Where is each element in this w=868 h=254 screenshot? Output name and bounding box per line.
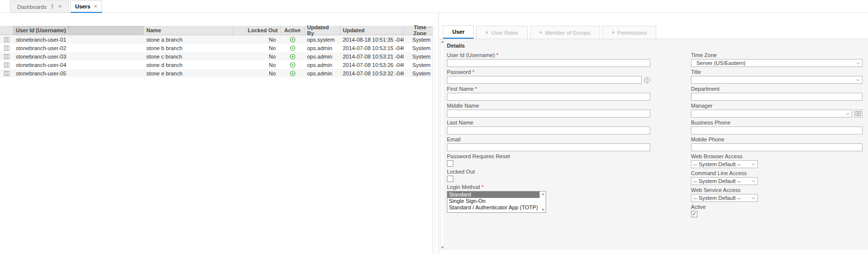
cell-locked-out: No bbox=[233, 45, 281, 51]
table-row[interactable]: stonebranch-user-05 stone e branch No op… bbox=[0, 69, 433, 77]
tab-users-label: Users bbox=[75, 3, 90, 9]
last-name-input[interactable] bbox=[447, 127, 650, 134]
business-phone-input[interactable] bbox=[691, 127, 863, 134]
row-details-icon[interactable] bbox=[0, 63, 13, 67]
tab-member-of-groups[interactable]: Member of Groups bbox=[530, 26, 600, 39]
login-method-option[interactable]: Standard / Authenticator App (TOTP) bbox=[447, 204, 540, 211]
cell-user-id: stonebranch-user-05 bbox=[13, 70, 144, 76]
table-row[interactable]: stonebranch-user-04 stone d branch No op… bbox=[0, 61, 433, 69]
tab-users[interactable]: Users ✕ bbox=[70, 0, 102, 13]
chevron-down-icon bbox=[751, 163, 755, 166]
first-name-input[interactable] bbox=[447, 93, 650, 101]
email-input[interactable] bbox=[447, 143, 650, 151]
scroll-down-icon[interactable] bbox=[542, 209, 545, 211]
web-browser-access-select[interactable]: -- System Default -- bbox=[691, 160, 758, 168]
row-details-icon[interactable] bbox=[0, 46, 13, 51]
column-header-name[interactable]: Name bbox=[144, 26, 233, 35]
time-zone-select[interactable]: Server (US/Eastern) bbox=[691, 59, 863, 67]
field-login-method: Login Method* Standard Single Sign-On St… bbox=[447, 184, 650, 213]
table-row[interactable]: stonebranch-user-02 stone b branch No op… bbox=[0, 44, 433, 52]
active-status-icon bbox=[281, 62, 305, 68]
pin-icon[interactable] bbox=[50, 4, 55, 9]
department-input[interactable] bbox=[691, 93, 863, 101]
login-method-option[interactable]: Standard bbox=[447, 191, 540, 198]
command-line-access-select[interactable]: -- System Default -- bbox=[691, 177, 758, 185]
mobile-phone-input[interactable] bbox=[691, 143, 863, 151]
column-header-user-id[interactable]: User Id (Username) ˆ bbox=[13, 26, 144, 35]
tab-user[interactable]: User bbox=[443, 25, 474, 39]
field-manager: Manager bbox=[691, 103, 863, 118]
users-list-panel: -- No Filter -- Go To... + ⟳ User Id (Us… bbox=[0, 13, 436, 254]
locked-out-checkbox[interactable] bbox=[447, 176, 453, 182]
cell-name: stone c branch bbox=[144, 54, 233, 60]
tab-dashboards[interactable]: Dashboards ✕ bbox=[10, 0, 69, 13]
column-header-updated[interactable]: Updated bbox=[340, 26, 404, 35]
cell-time-zone: System bbox=[404, 62, 433, 68]
detail-tab-bar: User User Roles Member of Groups Permiss… bbox=[439, 26, 868, 39]
active-status-icon bbox=[281, 45, 305, 51]
cell-user-id: stonebranch-user-01 bbox=[13, 37, 144, 43]
tab-dot-icon bbox=[540, 31, 542, 34]
detail-scrollbar[interactable] bbox=[440, 39, 444, 250]
table-row[interactable]: stonebranch-user-03 stone c branch No op… bbox=[0, 52, 433, 61]
close-icon[interactable]: ✕ bbox=[94, 4, 98, 9]
login-method-listbox[interactable]: Standard Single Sign-On Standard / Authe… bbox=[447, 191, 546, 213]
manager-select[interactable] bbox=[691, 110, 852, 118]
manager-details-button[interactable] bbox=[854, 110, 863, 118]
cell-updated: 2014-07-08 10:53:32 -0400 bbox=[340, 70, 404, 76]
field-mobile-phone: Mobile Phone bbox=[691, 136, 863, 151]
title-select[interactable] bbox=[691, 76, 863, 84]
active-status-icon bbox=[281, 37, 305, 43]
window-tab-strip: Dashboards ✕ Users ✕ bbox=[0, 0, 868, 13]
field-command-line-access: Command Line Access -- System Default -- bbox=[691, 170, 863, 185]
section-title: Details bbox=[447, 43, 868, 49]
column-header-locked-out[interactable]: Locked Out bbox=[233, 26, 281, 35]
cell-locked-out: No bbox=[233, 54, 281, 60]
cell-user-id: stonebranch-user-04 bbox=[13, 62, 144, 68]
chevron-down-icon bbox=[846, 113, 850, 115]
info-icon[interactable] bbox=[644, 77, 650, 83]
row-details-icon[interactable] bbox=[0, 71, 13, 76]
field-user-id: User Id (Username)* bbox=[447, 52, 650, 67]
cell-time-zone: System bbox=[404, 54, 433, 60]
users-grid: User Id (Username) ˆ Name Locked Out Act… bbox=[0, 26, 433, 254]
cell-user-id: stonebranch-user-03 bbox=[13, 54, 144, 60]
password-requires-reset-checkbox[interactable] bbox=[447, 160, 453, 167]
middle-name-input[interactable] bbox=[447, 110, 650, 118]
cell-updated-by: ops.system bbox=[305, 37, 340, 43]
tab-permissions[interactable]: Permissions bbox=[603, 26, 657, 39]
field-locked-out: Locked Out bbox=[447, 169, 650, 182]
check-mark: ✓ bbox=[692, 211, 696, 217]
active-status-icon bbox=[281, 54, 305, 60]
web-service-access-select[interactable]: -- System Default -- bbox=[691, 194, 758, 202]
row-details-icon[interactable] bbox=[0, 37, 13, 42]
column-header-active[interactable]: Active bbox=[281, 26, 305, 35]
users-grid-scrollbar[interactable] bbox=[433, 26, 436, 254]
field-email: Email bbox=[447, 136, 650, 151]
user-id-input[interactable] bbox=[447, 59, 650, 67]
table-row[interactable]: stonebranch-user-01 stone a branch No op… bbox=[0, 35, 433, 44]
cell-name: stone a branch bbox=[144, 37, 233, 43]
column-header-time-zone[interactable]: Time Zone ˆ bbox=[404, 26, 433, 35]
field-first-name: First Name* bbox=[447, 86, 650, 101]
chevron-down-icon bbox=[751, 197, 755, 199]
cell-updated-by: ops.admin bbox=[305, 70, 340, 76]
field-business-phone: Business Phone bbox=[691, 120, 863, 134]
close-icon[interactable]: ✕ bbox=[58, 4, 62, 9]
corner-sort-icon: ˆ bbox=[429, 27, 430, 32]
row-details-icon[interactable] bbox=[0, 54, 13, 59]
sort-ascending-icon: ˆ bbox=[68, 27, 69, 32]
chevron-down-icon bbox=[856, 62, 860, 64]
active-checkbox[interactable]: ✓ bbox=[691, 211, 697, 217]
cell-locked-out: No bbox=[233, 62, 281, 68]
cell-updated-by: ops.admin bbox=[305, 54, 340, 60]
active-status-icon bbox=[281, 70, 305, 76]
login-method-option[interactable]: Single Sign-On bbox=[447, 198, 540, 204]
record-list-icon bbox=[856, 111, 861, 116]
password-input[interactable] bbox=[447, 76, 642, 84]
column-header-row-icon[interactable] bbox=[0, 26, 13, 35]
scroll-up-icon[interactable] bbox=[542, 193, 545, 195]
field-active: Active ✓ bbox=[691, 204, 863, 217]
tab-user-roles[interactable]: User Roles bbox=[476, 26, 527, 39]
column-header-updated-by[interactable]: Updated By bbox=[305, 26, 340, 35]
